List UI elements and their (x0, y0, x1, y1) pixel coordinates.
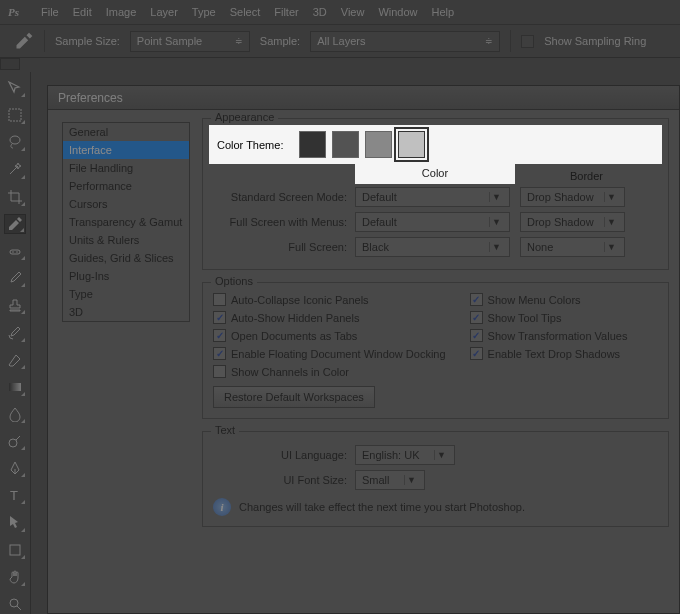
checkbox-label: Show Channels in Color (231, 366, 349, 378)
menu-view[interactable]: View (341, 6, 365, 18)
menu-window[interactable]: Window (378, 6, 417, 18)
menu-help[interactable]: Help (432, 6, 455, 18)
cat-units[interactable]: Units & Rulers (63, 231, 189, 249)
checkbox-label: Auto-Collapse Iconic Panels (231, 294, 369, 306)
sample-size-dropdown[interactable]: Point Sample≑ (130, 31, 250, 52)
heal-tool-icon[interactable] (4, 241, 26, 261)
text-group: Text UI Language: English: UK▼ UI Font S… (202, 431, 669, 527)
restart-note: Changes will take effect the next time y… (239, 501, 525, 513)
opt-right-0[interactable]: ✓Show Menu Colors (470, 293, 628, 306)
opt-left-2[interactable]: ✓Open Documents as Tabs (213, 329, 446, 342)
hand-tool-icon[interactable] (4, 567, 26, 587)
cat-plugins[interactable]: Plug-Ins (63, 267, 189, 285)
cat-performance[interactable]: Performance (63, 177, 189, 195)
checkbox-icon[interactable]: ✓ (470, 293, 483, 306)
checkbox-label: Open Documents as Tabs (231, 330, 357, 342)
svg-point-9 (10, 599, 18, 607)
checkbox-icon[interactable]: ✓ (213, 329, 226, 342)
opt-right-2[interactable]: ✓Show Transformation Values (470, 329, 628, 342)
menu-edit[interactable]: Edit (73, 6, 92, 18)
dodge-tool-icon[interactable] (4, 431, 26, 451)
menu-file[interactable]: File (41, 6, 59, 18)
text-legend: Text (211, 424, 239, 436)
eraser-tool-icon[interactable] (4, 350, 26, 370)
gradient-tool-icon[interactable] (4, 377, 26, 397)
standard-screen-color[interactable]: Default▼ (355, 187, 510, 207)
eyedropper-tool-icon[interactable] (4, 214, 26, 234)
opt-left-1[interactable]: ✓Auto-Show Hidden Panels (213, 311, 446, 324)
checkbox-icon[interactable] (213, 365, 226, 378)
fullscreen-menus-border[interactable]: Drop Shadow▼ (520, 212, 625, 232)
cat-type[interactable]: Type (63, 285, 189, 303)
checkbox-icon[interactable]: ✓ (470, 311, 483, 324)
app-logo: Ps (8, 6, 19, 18)
wand-tool-icon[interactable] (4, 159, 26, 179)
options-bar: Sample Size: Point Sample≑ Sample: All L… (0, 25, 680, 58)
move-tool-icon[interactable] (4, 78, 26, 98)
theme-swatch-light[interactable] (398, 131, 425, 158)
zoom-tool-icon[interactable] (4, 594, 26, 614)
fullscreen-color[interactable]: Black▼ (355, 237, 510, 257)
opt-left-4[interactable]: Show Channels in Color (213, 365, 446, 378)
checkbox-label: Show Menu Colors (488, 294, 581, 306)
type-tool-icon[interactable]: T (4, 485, 26, 505)
opt-right-3[interactable]: ✓Enable Text Drop Shadows (470, 347, 628, 360)
opt-left-0[interactable]: Auto-Collapse Iconic Panels (213, 293, 446, 306)
checkbox-icon[interactable]: ✓ (470, 329, 483, 342)
window-titlebar[interactable]: Preferences (48, 86, 679, 110)
stamp-tool-icon[interactable] (4, 295, 26, 315)
restore-workspaces-button[interactable]: Restore Default Workspaces (213, 386, 375, 408)
menu-select[interactable]: Select (230, 6, 261, 18)
fullscreen-border[interactable]: None▼ (520, 237, 625, 257)
menu-bar: Ps File Edit Image Layer Type Select Fil… (0, 0, 680, 25)
standard-screen-border[interactable]: Drop Shadow▼ (520, 187, 625, 207)
menu-image[interactable]: Image (106, 6, 137, 18)
checkbox-icon[interactable]: ✓ (470, 347, 483, 360)
sample-dropdown[interactable]: All Layers≑ (310, 31, 500, 52)
lasso-tool-icon[interactable] (4, 132, 26, 152)
menu-type[interactable]: Type (192, 6, 216, 18)
ui-font-size-label: UI Font Size: (213, 474, 355, 486)
svg-point-3 (12, 251, 14, 253)
theme-swatch-medium-dark[interactable] (332, 131, 359, 158)
fullscreen-menus-color[interactable]: Default▼ (355, 212, 510, 232)
tool-preset-icon[interactable] (14, 31, 34, 51)
show-sampling-ring-checkbox[interactable] (521, 35, 534, 48)
cat-guides[interactable]: Guides, Grid & Slices (63, 249, 189, 267)
history-brush-icon[interactable] (4, 322, 26, 342)
ui-language-dropdown[interactable]: English: UK▼ (355, 445, 455, 465)
menu-3d[interactable]: 3D (313, 6, 327, 18)
theme-swatch-medium-light[interactable] (365, 131, 392, 158)
sample-label: Sample: (260, 35, 300, 47)
checkbox-icon[interactable]: ✓ (213, 347, 226, 360)
fullscreen-label: Full Screen: (213, 241, 355, 253)
opt-right-1[interactable]: ✓Show Tool Tips (470, 311, 628, 324)
brush-tool-icon[interactable] (4, 268, 26, 288)
info-icon: i (213, 498, 231, 516)
marquee-tool-icon[interactable] (4, 105, 26, 125)
cat-file-handling[interactable]: File Handling (63, 159, 189, 177)
cat-3d[interactable]: 3D (63, 303, 189, 321)
pen-tool-icon[interactable] (4, 458, 26, 478)
menu-layer[interactable]: Layer (150, 6, 178, 18)
show-sampling-ring-label: Show Sampling Ring (544, 35, 646, 47)
menu-filter[interactable]: Filter (274, 6, 298, 18)
cat-general[interactable]: General (63, 123, 189, 141)
cat-cursors[interactable]: Cursors (63, 195, 189, 213)
ui-font-size-dropdown[interactable]: Small▼ (355, 470, 425, 490)
theme-swatch-dark[interactable] (299, 131, 326, 158)
svg-point-6 (9, 439, 17, 447)
checkbox-label: Auto-Show Hidden Panels (231, 312, 359, 324)
checkbox-label: Enable Text Drop Shadows (488, 348, 621, 360)
cat-interface[interactable]: Interface (63, 141, 189, 159)
color-column-header: Color (355, 164, 515, 184)
cat-transparency[interactable]: Transparency & Gamut (63, 213, 189, 231)
shape-tool-icon[interactable] (4, 540, 26, 560)
opt-left-3[interactable]: ✓Enable Floating Document Window Docking (213, 347, 446, 360)
path-select-icon[interactable] (4, 512, 26, 532)
blur-tool-icon[interactable] (4, 404, 26, 424)
checkbox-icon[interactable]: ✓ (213, 311, 226, 324)
checkbox-icon[interactable] (213, 293, 226, 306)
toolbar-grip[interactable] (0, 58, 20, 70)
crop-tool-icon[interactable] (4, 187, 26, 207)
